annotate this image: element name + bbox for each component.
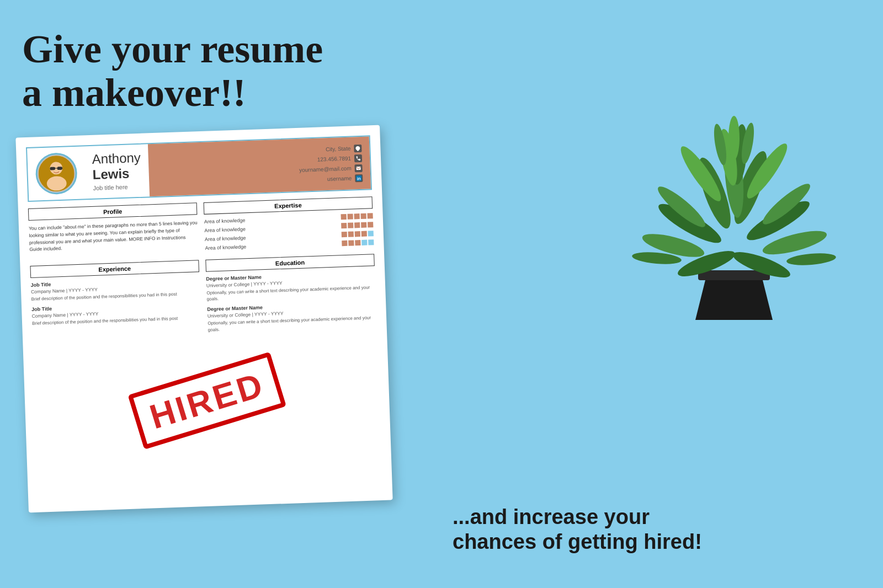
hired-text: HIRED xyxy=(145,366,269,436)
main-container: Give your resume a makeover!! xyxy=(0,0,883,588)
resume-bottom-columns: Experience Job Title Company Name | YYYY… xyxy=(30,254,377,344)
plant-decoration xyxy=(618,11,850,342)
right-side: ...and increase your chances of getting … xyxy=(430,0,883,588)
bottom-text-line1: ...and increase your xyxy=(453,505,650,528)
education-header: Education xyxy=(205,254,375,272)
svg-point-29 xyxy=(728,116,740,160)
skill-bars-2 xyxy=(341,222,373,229)
education-section: Education Degree or Master Name Universi… xyxy=(205,254,377,338)
headline: Give your resume a makeover!! xyxy=(22,28,408,115)
name-section: Anthony Lewis Job title here xyxy=(84,145,150,199)
job-title: Job title here xyxy=(93,183,141,191)
contact-section: City, State 123.456.7891 yourname@mail.c… xyxy=(148,137,371,197)
bottom-text: ...and increase your chances of getting … xyxy=(453,505,850,555)
skill-bars-3 xyxy=(342,231,374,238)
linkedin-icon: in xyxy=(355,174,363,182)
left-side: Give your resume a makeover!! xyxy=(0,0,430,588)
last-name: Lewis xyxy=(92,165,141,183)
headline-line1: Give your resume xyxy=(22,27,323,71)
profile-col: Profile You can include "about me" in th… xyxy=(28,203,199,261)
avatar-section xyxy=(27,147,86,201)
profile-header: Profile xyxy=(28,203,198,221)
svg-rect-4 xyxy=(57,167,62,170)
avatar xyxy=(35,152,78,195)
bottom-text-line2: chances of getting hired! xyxy=(453,530,702,553)
email-icon xyxy=(354,164,362,172)
skills-list: Area of knowledge Area of xyxy=(204,213,374,252)
hired-stamp: HIRED xyxy=(128,352,286,450)
skill-item-4: Area of knowledge xyxy=(205,240,374,252)
resume-body: Profile You can include "about me" in th… xyxy=(18,190,387,351)
headline-line2: a makeover!! xyxy=(22,71,246,115)
svg-marker-10 xyxy=(695,276,773,320)
skill-bars-4 xyxy=(342,240,374,247)
profile-text: You can include "about me" in these para… xyxy=(29,220,199,254)
resume-top-columns: Profile You can include "about me" in th… xyxy=(28,197,374,261)
experience-section: Experience Job Title Company Name | YYYY… xyxy=(30,260,201,344)
expertise-header: Expertise xyxy=(204,197,373,215)
skill-bars-1 xyxy=(341,213,373,220)
svg-point-27 xyxy=(786,252,836,267)
location-icon xyxy=(354,145,361,152)
first-name: Anthony xyxy=(92,150,141,167)
resume-mockup: Anthony Lewis Job title here City, State… xyxy=(15,125,392,513)
phone-icon xyxy=(354,154,362,162)
experience-header: Experience xyxy=(30,260,199,279)
svg-text:in: in xyxy=(357,176,361,181)
svg-rect-3 xyxy=(50,167,55,170)
expertise-col: Expertise Area of knowledge xyxy=(204,197,374,255)
